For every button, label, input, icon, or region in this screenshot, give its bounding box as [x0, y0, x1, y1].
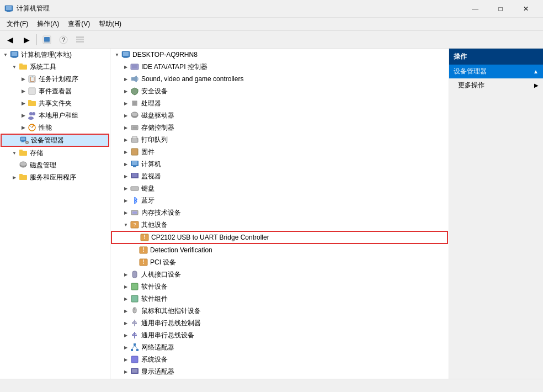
perf-toggle[interactable]: ▶ [19, 123, 28, 132]
cat-keyboard[interactable]: 键盘 [110, 182, 449, 194]
cat-sys-toggle[interactable] [121, 355, 130, 364]
left-panel: 计算机管理(本地) 系统工具 ▶ 📋 任务计划程序 ▶ [0, 49, 110, 379]
svg-point-54 [131, 112, 138, 116]
cat-print-label: 打印队列 [141, 135, 168, 145]
cat-disk-label: 磁盘驱动器 [141, 111, 174, 120]
cat-other-toggle[interactable] [121, 220, 130, 229]
cat-sound[interactable]: Sound, video and game controllers [110, 73, 449, 85]
cat-cpu-toggle[interactable] [121, 99, 130, 108]
cat-bt-toggle[interactable] [121, 196, 130, 205]
cat-print[interactable]: 打印队列 [110, 134, 449, 146]
cat-mon-toggle[interactable] [121, 172, 130, 181]
tree-services[interactable]: 服务和应用程序 [0, 171, 110, 183]
tree-performance[interactable]: ▶ 性能 [0, 121, 110, 134]
cat-monitor-label: 监视器 [141, 172, 161, 181]
tree-system-tools[interactable]: 系统工具 [0, 61, 110, 73]
cat-comp-toggle[interactable] [121, 160, 130, 168]
cat-hid-toggle[interactable] [121, 270, 130, 279]
cat-mouse-toggle[interactable] [121, 306, 130, 315]
storage-toggle[interactable] [10, 149, 19, 157]
cat-sound-toggle[interactable] [121, 75, 130, 83]
menu-file[interactable]: 文件(F) [2, 18, 33, 30]
menu-action[interactable]: 操作(A) [33, 18, 63, 30]
cat-swd-toggle[interactable] [121, 282, 130, 291]
cat-disk-toggle[interactable] [121, 111, 130, 120]
event-icon [28, 87, 36, 96]
cat-swc-toggle[interactable] [121, 294, 130, 303]
cat-net-toggle[interactable] [121, 343, 130, 352]
tree-root-label: 计算机管理(本地) [21, 50, 72, 60]
device-pci[interactable]: ! PCI 设备 [110, 256, 449, 268]
toolbar-forward[interactable]: ▶ [19, 33, 34, 46]
cat-computer[interactable]: 计算机 [110, 158, 449, 170]
close-button[interactable]: ✕ [513, 0, 539, 18]
shared-toggle[interactable]: ▶ [19, 99, 28, 108]
maximize-button[interactable]: □ [488, 0, 513, 18]
tree-shared-folder[interactable]: ▶ 共享文件夹 [0, 97, 110, 109]
cat-mt-toggle[interactable] [121, 208, 130, 217]
cat-print-toggle[interactable] [121, 135, 130, 144]
cat-bluetooth[interactable]: 蓝牙 [110, 194, 449, 206]
device-root-toggle[interactable] [113, 50, 121, 59]
cat-usbd-toggle[interactable] [121, 331, 130, 340]
svg-rect-17 [19, 63, 23, 65]
cat-disp-toggle[interactable] [121, 367, 130, 376]
cat-network[interactable]: 网络适配器 [110, 341, 449, 353]
cat-sw-dev[interactable]: 软件设备 [110, 280, 449, 293]
toolbar-up[interactable] [39, 33, 55, 46]
tree-task-scheduler[interactable]: ▶ 📋 任务计划程序 [0, 73, 110, 85]
cat-monitor[interactable]: 监视器 [110, 170, 449, 182]
tree-local-users[interactable]: ▶ 本地用户和组 [0, 109, 110, 121]
pci-icon: ! [139, 258, 148, 267]
menu-help[interactable]: 帮助(H) [94, 18, 126, 30]
users-toggle[interactable]: ▶ [19, 111, 28, 120]
cat-audio[interactable]: 音频输入和输出 [110, 378, 449, 379]
tree-device-manager[interactable]: 设备管理器 [1, 134, 109, 146]
sys-tools-toggle[interactable] [10, 62, 19, 71]
cat-system[interactable]: 系统设备 [110, 353, 449, 365]
cat-cpu[interactable]: 处理器 [110, 97, 449, 109]
action-more[interactable]: 更多操作 ▶ [449, 78, 543, 92]
toolbar-help[interactable]: ? [56, 33, 71, 46]
minimize-button[interactable]: — [462, 0, 488, 18]
device-tree-root[interactable]: DESKTOP-AQ9RHN8 [110, 49, 449, 61]
cat-storage-ctrl[interactable]: 存储控制器 [110, 121, 449, 134]
cat-usb-ctrl[interactable]: 通用串行总线控制器 [110, 317, 449, 329]
cat-usb-dev[interactable]: 通用串行总线设备 [110, 329, 449, 341]
cat-sw-comp[interactable]: 软件组件 [110, 293, 449, 305]
tree-disk-manager[interactable]: 磁盘管理 [0, 159, 110, 171]
action-device-manager[interactable]: 设备管理器 ▲ [449, 65, 543, 78]
cat-fw-toggle[interactable] [121, 147, 130, 156]
cat-firmware[interactable]: 固件 [110, 146, 449, 158]
cat-comp-icon [130, 160, 139, 168]
cat-mouse[interactable]: 鼠标和其他指针设备 [110, 305, 449, 317]
device-cp2102[interactable]: ! CP2102 USB to UART Bridge Controller [111, 231, 448, 243]
toolbar-back[interactable]: ◀ [2, 33, 18, 46]
cat-other[interactable]: ? 其他设备 [110, 219, 449, 231]
task-toggle[interactable]: ▶ [19, 75, 28, 83]
cat-hid[interactable]: 人机接口设备 [110, 268, 449, 280]
cat-disk[interactable]: 磁盘驱动器 [110, 109, 449, 121]
event-toggle[interactable]: ▶ [19, 87, 28, 96]
tree-root[interactable]: 计算机管理(本地) [0, 49, 110, 61]
cat-memory-tech[interactable]: 内存技术设备 [110, 206, 449, 219]
toolbar-list[interactable] [72, 33, 88, 46]
cat-kb-toggle[interactable] [121, 184, 130, 193]
services-toggle[interactable] [10, 173, 19, 182]
action-more-chevron: ▶ [534, 82, 539, 88]
cat-ide-toggle[interactable] [121, 62, 130, 71]
tree-storage[interactable]: 存储 [0, 147, 110, 159]
cat-display[interactable]: 显示适配器 [110, 365, 449, 378]
cat-security-toggle[interactable] [121, 87, 130, 96]
cat-sc-toggle[interactable] [121, 123, 130, 132]
cat-usbc-toggle[interactable] [121, 319, 130, 327]
cat-security[interactable]: 安全设备 [110, 85, 449, 97]
device-detection-verification[interactable]: ! Detection Verification [110, 244, 449, 256]
cat-mt-icon [130, 208, 139, 217]
svg-text:!: ! [142, 259, 144, 265]
menu-view[interactable]: 查看(V) [63, 18, 94, 30]
tree-root-toggle[interactable] [1, 50, 10, 59]
svg-rect-5 [44, 37, 50, 41]
tree-event-viewer[interactable]: ▶ 事件查看器 [0, 85, 110, 97]
cat-ide[interactable]: IDE ATA/ATAPI 控制器 [110, 61, 449, 73]
